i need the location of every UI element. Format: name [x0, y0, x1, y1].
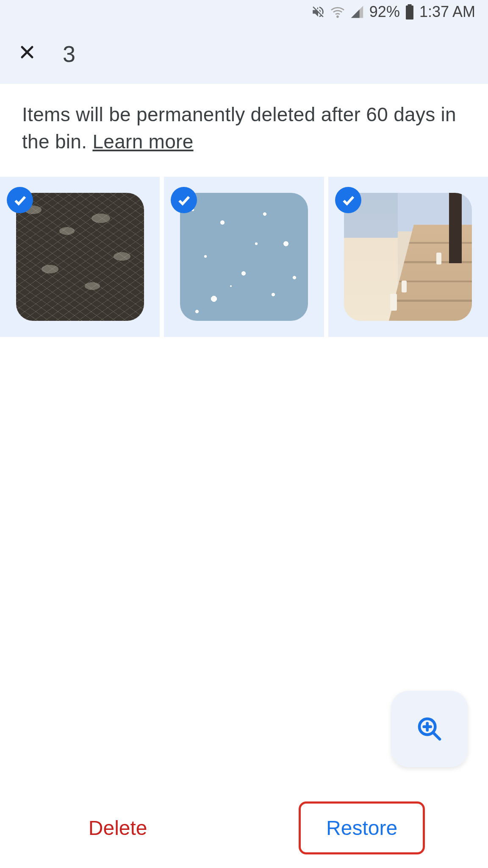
zoom-button[interactable] — [391, 691, 468, 767]
status-bar: 92% 1:37 AM — [0, 0, 488, 24]
wifi-icon — [330, 5, 345, 19]
photo-item[interactable] — [328, 177, 488, 337]
battery-percent: 92% — [369, 3, 400, 21]
close-icon — [17, 42, 37, 62]
selected-check-icon — [335, 187, 361, 213]
svg-line-6 — [433, 733, 440, 739]
info-text: Items will be permanently deleted after … — [22, 103, 456, 153]
info-banner: Items will be permanently deleted after … — [0, 84, 488, 177]
photo-thumbnail — [16, 193, 144, 321]
photo-item[interactable] — [164, 177, 324, 337]
photo-grid — [0, 177, 488, 337]
zoom-in-icon — [416, 715, 443, 743]
selection-toolbar: 3 — [0, 24, 488, 84]
selected-check-icon — [7, 187, 33, 213]
close-button[interactable] — [17, 42, 37, 66]
mute-vibrate-icon — [311, 5, 325, 19]
svg-rect-1 — [406, 6, 413, 19]
signal-icon — [350, 5, 364, 19]
svg-rect-2 — [408, 4, 411, 6]
svg-point-0 — [337, 16, 338, 17]
photo-item[interactable] — [0, 177, 160, 337]
delete-button[interactable]: Delete — [63, 804, 173, 852]
battery-icon — [405, 4, 414, 19]
bottom-action-bar: Delete Restore — [0, 787, 488, 868]
clock-time: 1:37 AM — [419, 3, 475, 21]
selection-count: 3 — [63, 41, 75, 67]
photo-thumbnail — [180, 193, 308, 321]
learn-more-link[interactable]: Learn more — [92, 131, 193, 153]
photo-thumbnail — [344, 193, 472, 321]
selected-check-icon — [171, 187, 197, 213]
restore-button[interactable]: Restore — [299, 801, 425, 854]
